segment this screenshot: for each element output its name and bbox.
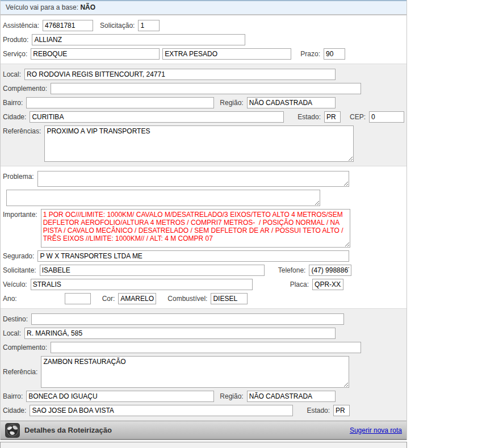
row-complemento-origem: Complemento: — [3, 83, 404, 94]
solicitante-input[interactable] — [40, 265, 265, 276]
solicitante-label: Solicitante: — [3, 266, 36, 274]
referencia-destino-textarea[interactable]: ZAMBON RESTAURAÇÃO — [41, 356, 349, 388]
telefone-label: Telefone: — [278, 266, 306, 274]
assistance-form-panel: Veículo vai para a base: NÃO Assistência… — [0, 0, 407, 440]
regiao-destino-label: Região: — [220, 392, 243, 400]
row-bairro-destino: Bairro: Região: — [3, 391, 404, 402]
veiculo-input[interactable] — [31, 279, 253, 290]
section-destino: Destino: Local: Complemento: Referência:… — [1, 308, 406, 421]
regiao-origem-label: Região: — [220, 99, 243, 107]
row-cidade-origem: Cidade: Estado: CEP: — [3, 111, 404, 123]
globe-icon — [5, 423, 20, 438]
estado-destino-label: Estado: — [307, 407, 330, 414]
complemento-origem-input[interactable] — [51, 83, 361, 94]
row-destino: Destino: — [3, 313, 404, 325]
cidade-destino-label: Cidade: — [3, 407, 26, 414]
vehicle-to-base-value: NÃO — [80, 3, 95, 11]
section-origem: Local: Complemento: Bairro: Região: Cida… — [1, 64, 406, 166]
estado-origem-label: Estado: — [297, 113, 321, 121]
suggest-new-route-link[interactable]: Sugerir nova rota — [350, 426, 402, 434]
row-observacao — [3, 190, 404, 206]
local-origem-label: Local: — [3, 70, 21, 78]
cep-origem-label: CEP: — [350, 113, 366, 121]
referencias-origem-label: Referências: — [3, 127, 41, 135]
prazo-input[interactable] — [324, 48, 345, 60]
cidade-origem-input[interactable] — [30, 111, 284, 123]
importante-textarea[interactable]: 1 POR OC///LIMITE: 1000KM/ CAVALO M/DESA… — [41, 209, 350, 248]
row-problema: Problema: — [3, 171, 404, 187]
complemento-destino-input[interactable] — [51, 342, 361, 353]
local-destino-input[interactable] — [24, 328, 336, 339]
complemento-destino-label: Complemento: — [3, 344, 47, 351]
cor-input[interactable] — [118, 293, 156, 304]
referencias-origem-textarea[interactable]: PROXIMO A VIP TRANSPORTES — [44, 125, 354, 162]
cidade-origem-label: Cidade: — [3, 113, 26, 121]
row-veiculo: Veículo: Placa: — [3, 279, 404, 290]
row-assistencia: Assistência: Solicitação: — [3, 20, 404, 31]
combustivel-label: Combustível: — [167, 295, 207, 303]
telefone-input[interactable] — [309, 265, 351, 276]
veiculo-label: Veículo: — [3, 280, 27, 288]
segurado-input[interactable] — [37, 250, 349, 262]
row-local-destino: Local: — [3, 328, 404, 339]
segurado-label: Segurado: — [3, 252, 34, 260]
row-local-origem: Local: — [3, 69, 404, 80]
row-bairro-origem: Bairro: Região: — [3, 97, 404, 108]
servico-tipo-input[interactable] — [162, 48, 291, 60]
ano-label: Ano: — [3, 295, 17, 303]
observacao-textarea[interactable] — [6, 190, 320, 206]
solicitacao-label: Solicitação: — [100, 22, 135, 30]
servico-label: Serviço: — [3, 50, 27, 58]
cidade-destino-input[interactable] — [30, 405, 293, 416]
local-destino-label: Local: — [3, 329, 21, 337]
solicitacao-input[interactable] — [138, 20, 160, 31]
ano-input[interactable] — [65, 293, 91, 304]
cep-origem-input[interactable] — [369, 111, 404, 123]
row-ano-cor-combustivel: Ano: Cor: Combustível: — [3, 293, 404, 304]
vehicle-to-base-label: Veículo vai para a base: — [6, 3, 78, 11]
row-segurado: Segurado: — [3, 250, 404, 262]
complemento-origem-label: Complemento: — [3, 85, 47, 93]
row-cidade-destino: Cidade: Estado: — [3, 405, 404, 416]
problema-textarea[interactable] — [37, 171, 349, 187]
vehicle-to-base-bar: Veículo vai para a base: NÃO — [1, 0, 406, 15]
prazo-label: Prazo: — [300, 50, 320, 58]
estado-origem-input[interactable] — [324, 111, 341, 123]
row-referencias-origem: Referências: PROXIMO A VIP TRANSPORTES — [3, 125, 404, 162]
placa-label: Placa: — [290, 280, 309, 288]
row-produto: Produto: — [3, 34, 404, 45]
row-importante: Importante: 1 POR OC///LIMITE: 1000KM/ C… — [3, 209, 404, 248]
placa-input[interactable] — [312, 279, 343, 290]
assistencia-input[interactable] — [43, 20, 93, 31]
destino-input[interactable] — [31, 313, 344, 325]
row-referencia-destino: Referência: ZAMBON RESTAURAÇÃO — [3, 356, 404, 388]
cor-label: Cor: — [102, 295, 115, 303]
servico-input[interactable] — [31, 48, 160, 60]
regiao-destino-input[interactable] — [247, 391, 336, 402]
row-servico: Serviço: Prazo: — [3, 48, 404, 60]
routing-details-box — [0, 442, 407, 448]
section-detalhes: Problema: Importante: 1 POR OC///LIMITE:… — [1, 166, 406, 308]
produto-input[interactable] — [32, 34, 245, 45]
section-assistencia: Assistência: Solicitação: Produto: Servi… — [1, 15, 406, 64]
produto-label: Produto: — [3, 36, 28, 44]
assistencia-label: Assistência: — [3, 22, 39, 30]
row-solicitante: Solicitante: Telefone: — [3, 265, 404, 276]
routing-header-bar: Detalhes da Roteirização Sugerir nova ro… — [1, 421, 406, 440]
bairro-destino-label: Bairro: — [3, 392, 23, 400]
combustivel-input[interactable] — [211, 293, 248, 304]
bairro-destino-input[interactable] — [26, 391, 214, 402]
estado-destino-input[interactable] — [333, 405, 350, 416]
importante-label: Importante: — [3, 211, 37, 219]
bairro-origem-label: Bairro: — [3, 99, 23, 107]
regiao-origem-input[interactable] — [247, 97, 336, 108]
routing-title: Detalhes da Roteirização — [24, 426, 112, 434]
row-complemento-destino: Complemento: — [3, 342, 404, 353]
bairro-origem-input[interactable] — [26, 97, 214, 108]
referencia-destino-label: Referência: — [3, 368, 37, 376]
local-origem-input[interactable] — [24, 69, 336, 80]
destino-label: Destino: — [3, 315, 28, 323]
problema-label: Problema: — [3, 173, 34, 181]
